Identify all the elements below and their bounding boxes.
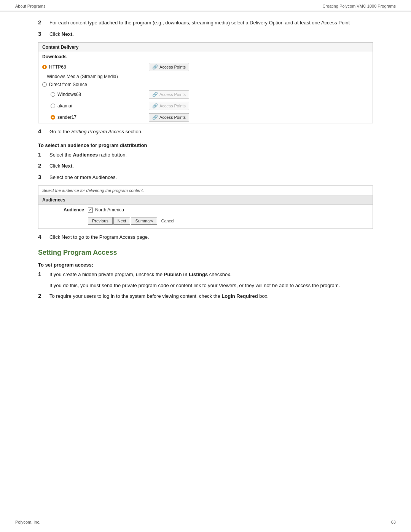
akamai-radio[interactable]	[51, 104, 55, 108]
sender17-access-points-btn[interactable]: 🔗 Access Points	[149, 113, 189, 121]
audiences-table: Select the audience for delivering the p…	[38, 185, 373, 229]
http68-btn-label: Access Points	[159, 65, 186, 69]
access-points-icon-akamai: 🔗	[152, 103, 158, 109]
cd-row-sender17: sender17 🔗 Access Points	[38, 112, 373, 123]
aud-step-3-text: Select one or more Audiences.	[49, 174, 388, 181]
spa-step-1-text: If you create a hidden private program, …	[49, 271, 388, 278]
aud-step-2-number: 2	[38, 162, 49, 169]
footer-right: 63	[391, 520, 396, 524]
header-right: Creating Polycom VMC 1000 Programs	[322, 4, 396, 8]
http68-text: HTTP68	[49, 64, 66, 70]
cd-row-http68: HTTP68 🔗 Access Points	[38, 61, 373, 73]
step-4-block: 4 Go to the Setting Program Access secti…	[38, 128, 388, 136]
aud-table-header: Audiences	[38, 195, 373, 205]
cd-row-direct: Direct from Source	[38, 80, 373, 89]
spa-step-1-block: 1 If you create a hidden private program…	[38, 271, 388, 278]
step-3-block: 3 Click Next.	[38, 30, 388, 38]
windows68-btn-label: Access Points	[159, 92, 186, 97]
cd-table-header: Content Delivery	[38, 43, 373, 52]
windows68-access-points-btn: 🔗 Access Points	[149, 90, 189, 99]
aud-audience-row: Audience North America	[38, 205, 373, 215]
audience-subheading: To select an audience for program distri…	[38, 142, 388, 148]
windows68-radio[interactable]	[51, 92, 55, 97]
aud-step-2-block: 2 Click Next.	[38, 162, 388, 170]
step-4-text: Go to the Setting Program Access section…	[49, 128, 388, 136]
spa-step-2-text: To require your users to log in to the s…	[49, 292, 388, 300]
akamai-label: akamai	[42, 103, 149, 109]
http68-label: HTTP68	[42, 64, 149, 70]
windows-media-label: Windows Media (Streaming Media)	[38, 73, 373, 80]
step-2-text: For each content type attached to the pr…	[49, 19, 388, 27]
step-3-text: Click Next.	[49, 30, 388, 38]
spa-step-1-number: 1	[38, 271, 49, 277]
aud-step-3-number: 3	[38, 174, 49, 180]
cd-row-akamai: akamai 🔗 Access Points	[38, 100, 373, 112]
footer-left: Polycom, Inc.	[15, 520, 40, 524]
page-header: About Programs Creating Polycom VMC 1000…	[0, 0, 411, 11]
access-points-icon-windows68: 🔗	[152, 92, 158, 97]
direct-text: Direct from Source	[49, 82, 87, 87]
windows68-label: Windows68	[42, 92, 149, 97]
akamai-text: akamai	[57, 103, 72, 109]
spa-step-1-note: If you do this, you must send the privat…	[49, 282, 388, 289]
step-4-number: 4	[38, 128, 49, 134]
aud-step-1-number: 1	[38, 151, 49, 158]
step-4-after-table-block: 4 Click Next to go to the Program Access…	[38, 233, 388, 241]
summary-button[interactable]: Summary	[131, 217, 157, 225]
step-2-block: 2 For each content type attached to the …	[38, 19, 388, 27]
sender17-radio[interactable]	[51, 115, 55, 120]
previous-button[interactable]: Previous	[88, 217, 113, 225]
step-2-number: 2	[38, 19, 49, 26]
page-footer: Polycom, Inc. 63	[15, 520, 396, 524]
north-america-row: North America	[88, 207, 124, 212]
step-4-after-number: 4	[38, 233, 49, 240]
step-4-after-text: Click Next to go to the Program Access p…	[49, 233, 388, 241]
aud-intro-text: Select the audience for delivering the p…	[38, 186, 373, 195]
content-delivery-table: Content Delivery Downloads HTTP68 🔗 Acce…	[38, 42, 373, 123]
sender17-text: sender17	[57, 115, 76, 120]
direct-radio[interactable]	[42, 82, 47, 87]
set-program-access-subheading: To set program access:	[38, 262, 388, 268]
sender17-btn-label: Access Points	[159, 115, 186, 120]
north-america-text: North America	[95, 207, 124, 212]
header-left: About Programs	[15, 4, 45, 8]
cancel-link[interactable]: Cancel	[161, 219, 174, 223]
access-points-icon-sender17: 🔗	[152, 115, 158, 120]
akamai-btn-label: Access Points	[159, 104, 186, 108]
step-3-number: 3	[38, 30, 49, 37]
direct-label: Direct from Source	[42, 82, 149, 87]
http68-access-points-btn[interactable]: 🔗 Access Points	[149, 63, 189, 71]
setting-program-access-ref: Setting Program Access	[71, 129, 124, 134]
next-button[interactable]: Next	[113, 217, 131, 225]
sender17-label: sender17	[42, 115, 149, 120]
aud-step-1-text: Select the Audiences radio button.	[49, 151, 388, 159]
spa-step-2-number: 2	[38, 292, 49, 299]
aud-step-3-block: 3 Select one or more Audiences.	[38, 174, 388, 181]
north-america-checkbox[interactable]	[88, 208, 93, 212]
aud-audience-label: Audience	[42, 207, 88, 212]
cd-row-windows68: Windows68 🔗 Access Points	[38, 89, 373, 100]
page-content: 2 For each content type attached to the …	[0, 11, 411, 319]
windows68-text: Windows68	[57, 92, 81, 97]
http68-radio[interactable]	[42, 65, 47, 69]
nav-buttons-row: Previous Next Summary Cancel	[38, 215, 373, 228]
aud-step-1-block: 1 Select the Audiences radio button.	[38, 151, 388, 159]
setting-program-access-heading: Setting Program Access	[38, 249, 388, 257]
akamai-access-points-btn: 🔗 Access Points	[149, 102, 189, 110]
access-points-icon-http68: 🔗	[152, 64, 158, 70]
spa-step-2-block: 2 To require your users to log in to the…	[38, 292, 388, 300]
downloads-section-title: Downloads	[38, 52, 373, 61]
aud-step-2-text: Click Next.	[49, 162, 388, 170]
